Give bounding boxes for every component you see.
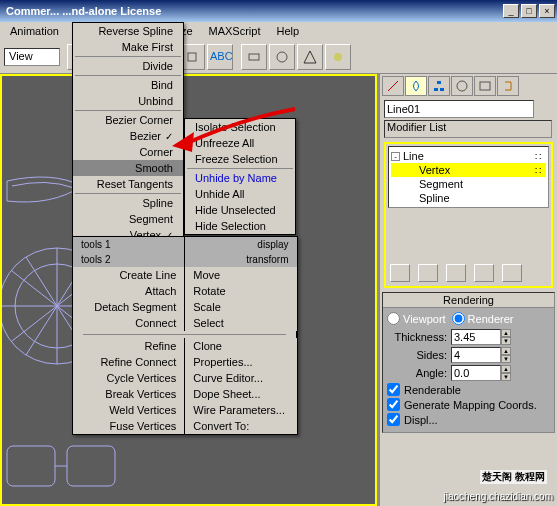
close-button[interactable]: × — [539, 4, 555, 18]
rollout-header[interactable]: Rendering — [383, 293, 554, 308]
menu-animation[interactable]: Animation — [2, 25, 67, 37]
ctx-item-fuse-vertices[interactable]: Fuse Vertices — [73, 418, 185, 434]
ctx-item-scale[interactable]: Scale — [185, 299, 297, 315]
ctx-item-bind[interactable]: Bind — [73, 77, 183, 93]
ctx-item-isolate-selection[interactable]: Isolate Selection — [185, 119, 295, 135]
tree-row-vertex[interactable]: Vertex∷ — [391, 163, 546, 177]
ctx-item-unfreeze-all[interactable]: Unfreeze All — [185, 135, 295, 151]
ctx-item-spline[interactable]: Spline — [73, 195, 183, 211]
ctx-item-divide[interactable]: Divide — [73, 58, 183, 74]
checkbox-label: Generate Mapping Coords. — [404, 399, 537, 411]
renderable-row[interactable]: Renderable — [387, 383, 550, 396]
tree-row-spline[interactable]: Spline — [391, 191, 546, 205]
tree-label: Spline — [419, 192, 450, 204]
svg-rect-19 — [437, 81, 441, 84]
rendering-rollout: Rendering Viewport Renderer Thickness: ▲… — [382, 292, 555, 433]
ctx-item-make-first[interactable]: Make First — [73, 39, 183, 55]
modifier-list-dropdown[interactable]: Modifier List — [384, 120, 552, 138]
thickness-spinner[interactable]: ▲▼ — [501, 329, 511, 345]
ctx-item-unbind[interactable]: Unbind — [73, 93, 183, 109]
checkbox-label: Renderable — [404, 384, 461, 396]
remove-modifier-icon[interactable] — [474, 264, 494, 282]
angle-input[interactable] — [451, 365, 501, 381]
ctx-item-reset-tangents[interactable]: Reset Tangents — [73, 176, 183, 192]
toolbar-icon-7[interactable] — [241, 44, 267, 70]
svg-point-5 — [277, 52, 287, 62]
sides-input[interactable] — [451, 347, 501, 363]
ctx-item-create-line[interactable]: Create Line — [73, 267, 185, 283]
viewport-radio[interactable]: Viewport — [387, 312, 446, 325]
svg-text:ABC: ABC — [210, 50, 233, 62]
ctx-item-weld-vertices[interactable]: Weld Vertices — [73, 402, 185, 418]
gen-coords-checkbox[interactable] — [387, 398, 400, 411]
hierarchy-tab-icon[interactable] — [428, 76, 450, 96]
ctx-item-rotate[interactable]: Rotate — [185, 283, 297, 299]
tree-row-line[interactable]: -Line∷ — [391, 149, 546, 163]
minimize-button[interactable]: _ — [503, 4, 519, 18]
ctx-item-properties-[interactable]: Properties... — [185, 354, 297, 370]
configure-sets-icon[interactable] — [502, 264, 522, 282]
create-tab-icon[interactable] — [382, 76, 404, 96]
utilities-tab-icon[interactable] — [497, 76, 519, 96]
ctx-item-attach[interactable]: Attach — [73, 283, 185, 299]
ctx-item-clone[interactable]: Clone — [185, 338, 297, 354]
ctx-item-detach-segment[interactable]: Detach Segment — [73, 299, 185, 315]
tools1-header: tools 1 — [73, 237, 185, 252]
ctx-item-curve-editor-[interactable]: Curve Editor... — [185, 370, 297, 386]
object-name-input[interactable] — [384, 100, 534, 118]
display-mesh-row[interactable]: Displ... — [387, 413, 550, 426]
ctx-item-hide-unselected[interactable]: Hide Unselected — [185, 202, 295, 218]
ctx-item-convert-to-[interactable]: Convert To: — [185, 418, 297, 434]
maximize-button[interactable]: □ — [521, 4, 537, 18]
display-tab-icon[interactable] — [474, 76, 496, 96]
thickness-input[interactable] — [451, 329, 501, 345]
ctx-item-smooth[interactable]: Smooth — [73, 160, 183, 176]
ctx-item-cycle-vertices[interactable]: Cycle Vertices — [73, 370, 185, 386]
svg-point-7 — [334, 53, 342, 61]
toolbar-abc-icon[interactable]: ABC — [207, 44, 233, 70]
expand-icon[interactable]: - — [391, 152, 400, 161]
renderer-radio[interactable]: Renderer — [452, 312, 514, 325]
ctx-item-refine-connect[interactable]: Refine Connect — [73, 354, 185, 370]
window-controls: _ □ × — [503, 4, 555, 18]
ctx-item-wire-parameters-[interactable]: Wire Parameters... — [185, 402, 297, 418]
ctx-item-bezier-corner[interactable]: Bezier Corner — [73, 112, 183, 128]
svg-rect-2 — [188, 53, 196, 61]
ctx-item-unhide-all[interactable]: Unhide All — [185, 186, 295, 202]
sides-spinner[interactable]: ▲▼ — [501, 347, 511, 363]
angle-spinner[interactable]: ▲▼ — [501, 365, 511, 381]
ctx-item-hide-selection[interactable]: Hide Selection — [185, 218, 295, 234]
ctx-item-reverse-spline[interactable]: Reverse Spline — [73, 23, 183, 39]
view-dropdown[interactable]: View — [4, 48, 60, 66]
display-mesh-checkbox[interactable] — [387, 413, 400, 426]
ctx-item-refine[interactable]: Refine — [73, 338, 185, 354]
tree-row-segment[interactable]: Segment — [391, 177, 546, 191]
show-end-result-icon[interactable] — [418, 264, 438, 282]
motion-tab-icon[interactable] — [451, 76, 473, 96]
watermark-url: jiaocheng.chazidian.com — [443, 491, 553, 502]
modifier-list-row: Modifier List — [384, 120, 553, 138]
ctx-item-connect[interactable]: Connect — [73, 315, 185, 331]
ctx-item-break-vertices[interactable]: Break Vertices — [73, 386, 185, 402]
renderable-checkbox[interactable] — [387, 383, 400, 396]
toolbar-icon-8[interactable] — [269, 44, 295, 70]
ctx-item-segment[interactable]: Segment — [73, 211, 183, 227]
toolbar-icon-9[interactable] — [297, 44, 323, 70]
ctx-item-corner[interactable]: Corner — [73, 144, 183, 160]
gen-coords-row[interactable]: Generate Mapping Coords. — [387, 398, 550, 411]
ctx-item-bezier[interactable]: Bezier — [73, 128, 183, 144]
ctx-item-dope-sheet-[interactable]: Dope Sheet... — [185, 386, 297, 402]
checkbox-label: Displ... — [404, 414, 438, 426]
command-panel-tabs — [380, 74, 557, 98]
ctx-item-freeze-selection[interactable]: Freeze Selection — [185, 151, 295, 167]
menu-maxscript[interactable]: MAXScript — [201, 25, 269, 37]
modify-tab-icon[interactable] — [405, 76, 427, 96]
menu-help[interactable]: Help — [269, 25, 308, 37]
make-unique-icon[interactable] — [446, 264, 466, 282]
toolbar-icon-10[interactable] — [325, 44, 351, 70]
ctx-item-move[interactable]: Move — [185, 267, 297, 283]
pin-stack-icon[interactable] — [390, 264, 410, 282]
sides-row: Sides: ▲▼ — [387, 347, 550, 363]
ctx-item-select[interactable]: Select — [185, 315, 297, 331]
ctx-item-unhide-by-name[interactable]: Unhide by Name — [185, 170, 295, 186]
